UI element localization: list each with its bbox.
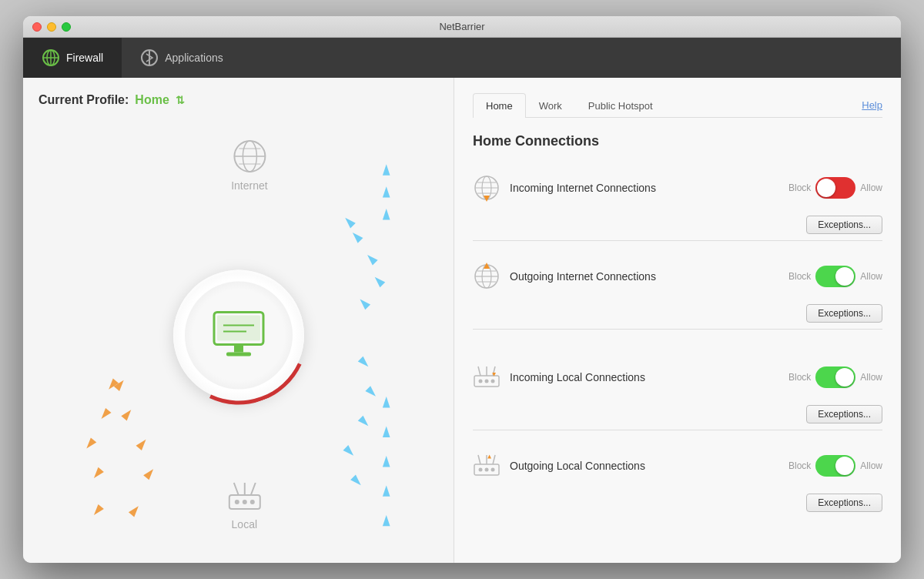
tab-applications-label: Applications (165, 52, 223, 64)
incoming-internet-controls: Block Allow (788, 177, 882, 199)
title-bar: NetBarrier (23, 16, 901, 38)
outgoing-local-row: Outgoing Local Connections Block Allow (473, 443, 882, 489)
svg-marker-45 (383, 209, 390, 219)
svg-point-78 (491, 468, 495, 472)
svg-marker-50 (383, 485, 390, 496)
svg-marker-42 (343, 445, 357, 458)
svg-marker-35 (365, 253, 378, 266)
block-label-1: Block (788, 182, 811, 193)
svg-marker-39 (358, 356, 371, 370)
tab-home[interactable]: Home (473, 93, 526, 118)
allow-label-2: Allow (860, 271, 882, 282)
profile-header: Current Profile: Home ⇅ (38, 93, 438, 107)
incoming-local-toggle[interactable] (815, 366, 855, 388)
allow-label-1: Allow (860, 182, 882, 193)
tab-work[interactable]: Work (526, 93, 575, 118)
svg-marker-48 (383, 427, 390, 437)
svg-marker-41 (358, 416, 371, 429)
incoming-local-row: Incoming Local Connections Block Allow (473, 354, 882, 400)
incoming-local-label: Incoming Local Connections (510, 371, 779, 383)
toggle-knob (817, 179, 835, 197)
tab-firewall-label: Firewall (66, 52, 103, 64)
svg-marker-26 (99, 408, 112, 421)
toggle-knob-3 (835, 368, 854, 387)
svg-marker-79 (487, 455, 491, 459)
svg-marker-47 (383, 397, 390, 407)
app-window: NetBarrier Firewall Applications (23, 16, 901, 563)
outgoing-local-group: Outgoing Local Connections Block Allow E… (473, 443, 882, 518)
incoming-internet-toggle[interactable] (815, 177, 855, 199)
profile-label: Current Profile: (38, 93, 129, 107)
help-link[interactable]: Help (862, 99, 882, 111)
svg-marker-31 (136, 437, 149, 450)
svg-marker-32 (121, 407, 134, 420)
svg-marker-36 (372, 274, 385, 287)
outgoing-internet-row: Outgoing Internet Connections Block Allo… (473, 253, 882, 300)
outgoing-local-controls: Block Allow (788, 455, 882, 477)
svg-line-75 (493, 455, 495, 464)
right-panel: Home Work Public Hotspot Help Home Conne… (454, 78, 901, 563)
svg-marker-46 (383, 164, 390, 175)
svg-marker-43 (350, 475, 363, 488)
svg-point-68 (479, 380, 483, 383)
outgoing-internet-toggle[interactable] (815, 266, 855, 287)
incoming-local-exceptions[interactable]: Exceptions... (806, 405, 882, 423)
incoming-internet-exceptions[interactable]: Exceptions... (806, 216, 882, 234)
svg-line-73 (478, 455, 480, 464)
tab-applications[interactable]: Applications (122, 38, 242, 78)
svg-line-65 (478, 366, 480, 376)
svg-point-76 (479, 468, 483, 472)
svg-marker-30 (143, 467, 156, 480)
incoming-internet-icon (473, 174, 500, 202)
main-tab-bar: Firewall Applications (23, 38, 901, 78)
toggle-knob-2 (835, 267, 854, 286)
svg-point-69 (485, 380, 489, 383)
maximize-button[interactable] (62, 22, 71, 32)
svg-marker-44 (383, 186, 390, 197)
central-computer-circle (173, 270, 304, 401)
outgoing-internet-group: Outgoing Internet Connections Block Allo… (473, 253, 882, 330)
close-button[interactable] (32, 22, 42, 32)
incoming-local-group: Incoming Local Connections Block Allow E… (473, 354, 882, 430)
svg-point-77 (485, 468, 489, 472)
block-label-4: Block (788, 460, 811, 471)
svg-marker-34 (350, 230, 363, 243)
incoming-internet-row: Incoming Internet Connections Block Allo… (473, 165, 882, 211)
profile-sort-icon[interactable]: ⇅ (176, 94, 185, 106)
incoming-local-icon (473, 363, 500, 391)
tab-firewall[interactable]: Firewall (23, 38, 122, 78)
left-panel: Current Profile: Home ⇅ Internet (23, 78, 454, 563)
right-tabs: Home Work Public Hotspot Help (473, 93, 882, 118)
allow-label-3: Allow (860, 372, 882, 383)
tab-work-label: Work (539, 100, 562, 112)
toggle-knob-4 (835, 457, 854, 475)
applications-icon (140, 49, 159, 67)
svg-marker-40 (365, 386, 378, 399)
svg-marker-29 (129, 504, 142, 517)
svg-point-70 (491, 380, 495, 383)
outgoing-internet-label: Outgoing Internet Connections (510, 270, 779, 283)
svg-marker-51 (383, 515, 390, 526)
block-label-2: Block (788, 271, 811, 282)
outgoing-local-label: Outgoing Local Connections (510, 460, 779, 472)
svg-marker-38 (343, 215, 356, 228)
outgoing-internet-icon (473, 263, 500, 290)
minimize-button[interactable] (47, 22, 56, 32)
outgoing-local-toggle[interactable] (815, 455, 855, 477)
allow-label-4: Allow (860, 460, 882, 471)
outgoing-internet-controls: Block Allow (788, 266, 882, 287)
svg-marker-24 (91, 467, 104, 480)
incoming-internet-group: Incoming Internet Connections Block Allo… (473, 165, 882, 241)
svg-marker-28 (91, 504, 104, 517)
incoming-local-controls: Block Allow (788, 366, 882, 388)
traffic-lights (32, 22, 71, 32)
tab-hotspot[interactable]: Public Hotspot (575, 93, 666, 118)
outgoing-internet-exceptions[interactable]: Exceptions... (806, 304, 882, 323)
tab-hotspot-label: Public Hotspot (588, 100, 653, 112)
outgoing-local-exceptions[interactable]: Exceptions... (806, 494, 882, 512)
viz-area: Internet (38, 122, 438, 561)
profile-name[interactable]: Home (135, 93, 169, 107)
firewall-icon (42, 49, 60, 67)
svg-marker-25 (84, 437, 97, 450)
window-title: NetBarrier (439, 21, 484, 32)
